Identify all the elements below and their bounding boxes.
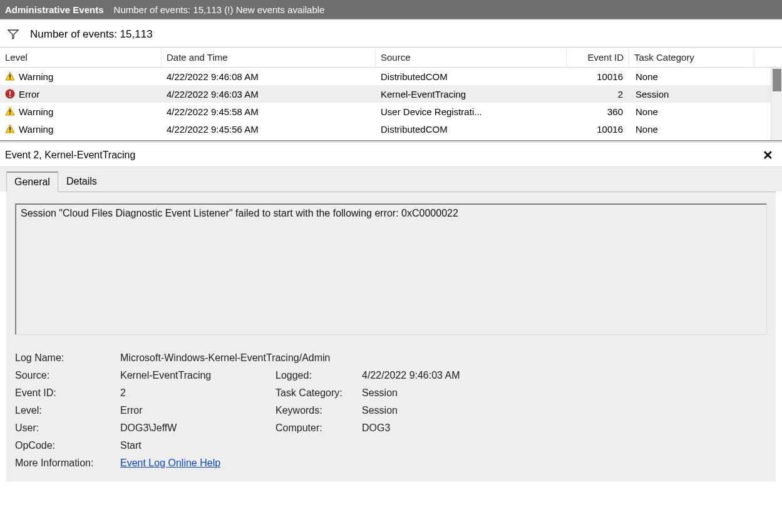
warning-icon: [5, 106, 15, 116]
tab-content-general: Session "Cloud Files Diagnostic Event Li…: [6, 192, 776, 481]
event-log-help-link[interactable]: Event Log Online Help: [120, 458, 220, 468]
value-moreinfo: Event Log Online Help: [120, 458, 550, 469]
value-keywords: Session: [362, 405, 550, 416]
close-icon[interactable]: ✕: [759, 148, 777, 163]
svg-rect-7: [9, 127, 11, 130]
titlebar: Administrative Events Number of events: …: [0, 0, 782, 19]
table-row[interactable]: Warning4/22/2022 9:45:58 AMUser Device R…: [0, 103, 782, 120]
value-logged: 4/22/2022 9:46:03 AM: [362, 370, 550, 381]
value-logname: Microsoft-Windows-Kernel-EventTracing/Ad…: [120, 352, 550, 364]
table-row[interactable]: Error4/22/2022 9:46:03 AMKernel-EventTra…: [0, 85, 782, 103]
filter-icon[interactable]: [8, 29, 19, 39]
label-keywords: Keywords:: [275, 405, 357, 416]
label-computer: Computer:: [275, 422, 357, 434]
tabs: General Details: [0, 166, 782, 192]
label-level: Level:: [15, 405, 115, 416]
svg-rect-4: [9, 96, 11, 97]
cell-date: 4/22/2022 9:46:03 AM: [162, 89, 376, 100]
label-opcode: OpCode:: [15, 440, 115, 451]
cell-task: None: [629, 71, 754, 82]
grid-body: Warning4/22/2022 9:46:08 AMDistributedCO…: [0, 68, 782, 140]
titlebar-subtitle: Number of events: 15,113 (!) New events …: [114, 4, 325, 15]
scrollbar-thumb[interactable]: [773, 69, 781, 91]
label-user: User:: [15, 422, 115, 434]
cell-source: Kernel-EventTracing: [376, 89, 567, 100]
value-computer: DOG3: [362, 422, 550, 434]
col-header-date[interactable]: Date and Time: [162, 48, 376, 67]
cell-eventid: 10016: [567, 71, 629, 82]
cell-date: 4/22/2022 9:46:08 AM: [162, 71, 376, 82]
value-user: DOG3\JeffW: [120, 422, 270, 434]
cell-date: 4/22/2022 9:45:58 AM: [162, 106, 376, 117]
col-header-source[interactable]: Source: [376, 48, 567, 67]
cell-eventid: 2: [567, 89, 629, 100]
label-logname: Log Name:: [15, 352, 115, 364]
error-icon: [5, 89, 15, 99]
label-logged: Logged:: [275, 370, 357, 381]
col-header-eventid[interactable]: Event ID: [567, 48, 629, 67]
detail-heading: Event 2, Kernel-EventTracing: [5, 150, 135, 161]
cell-eventid: 10016: [567, 124, 629, 135]
value-level: Error: [120, 405, 270, 416]
label-source: Source:: [15, 370, 115, 381]
cell-source: User Device Registrati...: [376, 106, 567, 117]
label-moreinfo: More Information:: [15, 458, 115, 469]
cell-task: None: [629, 124, 754, 135]
svg-rect-8: [9, 131, 11, 132]
grid-header: Level Date and Time Source Event ID Task…: [0, 48, 782, 68]
cell-source: DistributedCOM: [376, 124, 567, 135]
value-opcode: Start: [120, 440, 550, 451]
filter-bar: Number of events: 15,113: [0, 21, 782, 48]
cell-date: 4/22/2022 9:45:56 AM: [162, 124, 376, 135]
event-description: Session "Cloud Files Diagnostic Event Li…: [15, 203, 767, 335]
detail-header: Event 2, Kernel-EventTracing ✕: [0, 144, 782, 166]
value-taskcat: Session: [362, 387, 550, 399]
svg-rect-6: [9, 113, 11, 115]
cell-source: DistributedCOM: [376, 71, 567, 82]
cell-task: None: [629, 106, 754, 117]
cell-level: Warning: [19, 124, 53, 135]
svg-rect-1: [9, 78, 11, 79]
cell-level: Error: [19, 89, 39, 100]
tab-details[interactable]: Details: [58, 171, 105, 192]
table-row[interactable]: Warning4/22/2022 9:46:08 AMDistributedCO…: [0, 68, 782, 85]
event-properties: Log Name: Microsoft-Windows-Kernel-Event…: [15, 352, 767, 469]
titlebar-title: Administrative Events: [5, 4, 104, 15]
warning-icon: [5, 124, 15, 134]
col-header-task[interactable]: Task Category: [629, 48, 754, 67]
svg-rect-5: [9, 110, 11, 113]
cell-task: Session: [629, 89, 754, 100]
cell-level: Warning: [19, 71, 53, 82]
filter-text: Number of events: 15,113: [30, 28, 153, 41]
svg-rect-0: [9, 74, 11, 78]
cell-eventid: 360: [567, 106, 629, 117]
value-source: Kernel-EventTracing: [120, 370, 270, 381]
warning-icon: [5, 71, 15, 81]
value-eventid: 2: [120, 387, 270, 399]
col-header-level[interactable]: Level: [0, 48, 162, 67]
label-taskcat: Task Category:: [275, 387, 357, 399]
label-eventid: Event ID:: [15, 387, 115, 399]
svg-rect-3: [9, 91, 11, 95]
cell-level: Warning: [19, 106, 53, 117]
vertical-scrollbar[interactable]: [771, 68, 782, 140]
tab-general[interactable]: General: [6, 171, 58, 192]
table-row[interactable]: Warning4/22/2022 9:45:56 AMDistributedCO…: [0, 120, 782, 138]
